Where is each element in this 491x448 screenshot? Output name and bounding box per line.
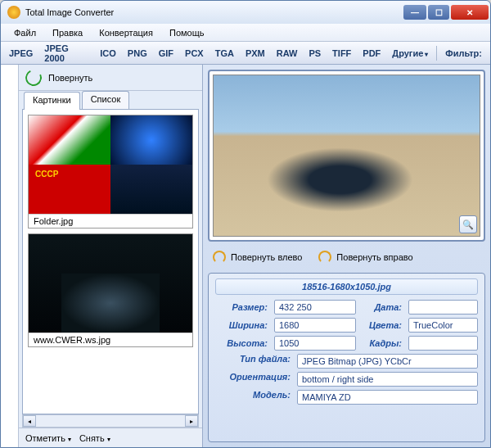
titlebar[interactable]: Total Image Converter — ☐ ✕ [1, 1, 490, 24]
rotate-left-icon [213, 251, 226, 264]
fmt-jpeg2000[interactable]: JPEG 2000 [41, 42, 92, 65]
zoom-button[interactable]: 🔍 [459, 215, 477, 233]
model-value: MAMIYA ZD [297, 390, 478, 405]
rotate-label: Повернуть [48, 73, 92, 83]
tab-pictures[interactable]: Картинки [24, 92, 80, 110]
rotate-icon [23, 67, 44, 88]
fmt-pdf[interactable]: PDF [359, 47, 384, 60]
orientation-value: bottom / right side [297, 372, 478, 387]
tab-list[interactable]: Список [82, 91, 130, 109]
height-label: Высота: [215, 338, 271, 348]
colors-value: TrueColor [408, 318, 478, 333]
fmt-tga[interactable]: TGA [212, 47, 237, 60]
fmt-ps[interactable]: PS [305, 47, 324, 60]
frames-value [408, 336, 478, 351]
scroll-left-button[interactable]: ◂ [23, 415, 36, 427]
info-panel: 18516-1680x1050.jpg Размер: 432 250 Дата… [208, 273, 485, 442]
rotate-left-button[interactable]: Повернуть влево [213, 251, 302, 264]
thumb-tabs: Картинки Список [19, 91, 202, 109]
content-area: Повернуть Картинки Список Folder.jpg www… [1, 65, 490, 447]
magnifier-icon: 🔍 [462, 219, 474, 230]
selection-bar: Отметить Снять [19, 428, 202, 447]
app-icon [7, 6, 20, 19]
app-window: Total Image Converter — ☐ ✕ Файл Правка … [0, 0, 491, 448]
date-value [408, 300, 478, 315]
thumbnail-list[interactable]: Folder.jpg www.CWER.ws.jpg [22, 109, 199, 414]
menu-convert[interactable]: Конвертация [92, 26, 160, 39]
format-toolbar: JPEG JPEG 2000 ICO PNG GIF PCX TGA PXM R… [1, 42, 490, 65]
horizontal-scrollbar[interactable]: ◂ ▸ [22, 414, 199, 428]
rotate-right-icon [318, 251, 331, 264]
filetype-label: Тип файла: [215, 354, 294, 369]
width-label: Ширина: [215, 320, 271, 330]
thumbnail-label: www.CWER.ws.jpg [29, 333, 192, 346]
thumbnail-label: Folder.jpg [29, 214, 192, 228]
rotate-header[interactable]: Повернуть [19, 65, 202, 91]
menubar: Файл Правка Конвертация Помощь [1, 24, 490, 42]
width-value: 1680 [274, 318, 356, 333]
model-label: Модель: [215, 390, 294, 405]
fmt-ico[interactable]: ICO [97, 47, 119, 60]
left-panel: Повернуть Картинки Список Folder.jpg www… [19, 65, 203, 447]
filter-label: Фильтр: [442, 47, 485, 60]
frames-label: Кадры: [359, 338, 405, 348]
size-label: Размер: [215, 302, 271, 312]
maximize-button[interactable]: ☐ [428, 5, 449, 20]
fmt-raw[interactable]: RAW [273, 47, 301, 60]
close-button[interactable]: ✕ [451, 5, 489, 20]
menu-help[interactable]: Помощь [163, 26, 211, 39]
scroll-right-button[interactable]: ▸ [185, 415, 198, 427]
fmt-tiff[interactable]: TIFF [329, 47, 354, 60]
filename-display: 18516-1680x1050.jpg [215, 278, 478, 295]
right-panel: 🔍 Повернуть влево Повернуть вправо 18516… [203, 65, 490, 447]
thumbnail-image [29, 115, 192, 214]
rotate-toolbar: Повернуть влево Повернуть вправо [208, 246, 485, 269]
height-value: 1050 [274, 336, 356, 351]
preview-image[interactable] [213, 75, 480, 237]
thumbnail-item[interactable]: Folder.jpg [28, 115, 193, 229]
size-value: 432 250 [274, 300, 356, 315]
rotate-right-button[interactable]: Повернуть вправо [318, 251, 412, 264]
unmark-dropdown[interactable]: Снять [79, 433, 110, 443]
filetype-value: JPEG Bitmap (JPG) YCbCr [297, 354, 478, 369]
rotate-right-label: Повернуть вправо [336, 252, 412, 262]
date-label: Дата: [359, 302, 405, 312]
folder-tree-strip[interactable] [1, 65, 19, 447]
fmt-gif[interactable]: GIF [155, 47, 177, 60]
colors-label: Цвета: [359, 320, 405, 330]
menu-file[interactable]: Файл [7, 26, 43, 39]
window-title: Total Image Converter [25, 7, 403, 17]
fmt-pcx[interactable]: PCX [182, 47, 207, 60]
menu-edit[interactable]: Правка [46, 26, 89, 39]
preview-pane: 🔍 [208, 70, 485, 242]
orientation-label: Ориентация: [215, 372, 294, 387]
fmt-other-dropdown[interactable]: Другие [389, 47, 431, 60]
rotate-left-label: Повернуть влево [231, 252, 302, 262]
thumbnail-image [29, 234, 192, 333]
mark-dropdown[interactable]: Отметить [25, 433, 71, 443]
toolbar-separator [436, 46, 437, 61]
fmt-pxm[interactable]: PXM [242, 47, 268, 60]
minimize-button[interactable]: — [403, 5, 426, 20]
fmt-jpeg[interactable]: JPEG [6, 47, 36, 60]
fmt-png[interactable]: PNG [124, 47, 151, 60]
thumbnail-item[interactable]: www.CWER.ws.jpg [28, 233, 193, 347]
